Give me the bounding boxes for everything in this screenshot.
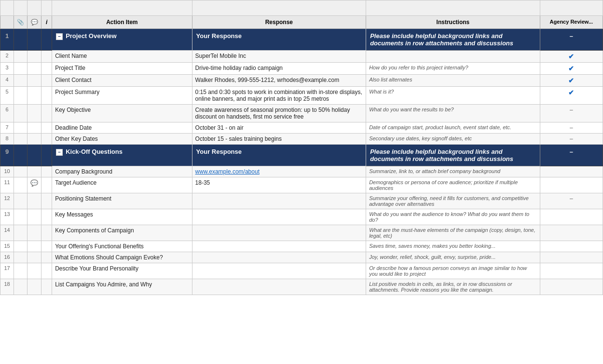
row-chat[interactable] <box>27 279 41 295</box>
row-attach[interactable] <box>14 225 27 241</box>
row-attach[interactable] <box>14 122 27 134</box>
action-item-text: Key Messages <box>52 209 192 225</box>
dash: – <box>570 124 573 131</box>
row-info[interactable] <box>41 252 52 263</box>
row-attach[interactable] <box>14 209 27 225</box>
checkmark-icon: ✔ <box>568 77 574 84</box>
row-info[interactable] <box>41 279 52 295</box>
row-chat[interactable]: 💬 <box>27 177 41 193</box>
response-cell[interactable]: October 31 - on air <box>192 122 366 134</box>
agency-cell <box>540 263 603 279</box>
info-icon: i <box>46 19 47 26</box>
response-cell[interactable]: Drive-time holiday radio campaign <box>192 63 366 75</box>
response-cell[interactable]: October 15 - sales training begins <box>192 134 366 145</box>
response-cell[interactable]: 0:15 and 0:30 spots to work in combinati… <box>192 87 366 105</box>
row-attach[interactable] <box>14 177 27 193</box>
table-row: 8 Other Key Dates October 15 - sales tra… <box>0 134 603 145</box>
agency-cell: ✔ <box>540 87 603 105</box>
response-cell[interactable] <box>192 252 366 263</box>
row-attach[interactable] <box>14 279 27 295</box>
row-info[interactable] <box>41 263 52 279</box>
row-chat[interactable] <box>27 75 41 87</box>
row-attach[interactable] <box>14 87 27 105</box>
section-instructions: Please include helpful background links … <box>366 29 540 51</box>
response-cell[interactable] <box>192 263 366 279</box>
response-link[interactable]: www.example.com/about <box>195 168 260 175</box>
row-chat[interactable] <box>27 263 41 279</box>
response-value: Drive-time holiday radio campaign <box>195 65 283 71</box>
row-chat-icon[interactable]: 💬 <box>30 179 38 187</box>
row-attach[interactable] <box>14 263 27 279</box>
response-cell[interactable] <box>192 241 366 252</box>
instructions-cell: Saves time, saves money, makes you bette… <box>366 241 540 252</box>
table-row: 2 Client Name SuperTel Mobile Inc ✔ <box>0 51 603 63</box>
row-chat[interactable] <box>27 87 41 105</box>
response-cell[interactable]: Create awareness of seasonal promotion: … <box>192 105 366 122</box>
response-cell[interactable]: www.example.com/about <box>192 166 366 177</box>
row-info[interactable] <box>41 241 52 252</box>
instructions-cell: What is it? <box>366 87 540 105</box>
row-chat[interactable] <box>27 63 41 75</box>
instructions-cell: Summarize your offering, need it fills f… <box>366 193 540 209</box>
response-cell[interactable] <box>192 225 366 241</box>
row-info[interactable] <box>41 209 52 225</box>
header-num <box>0 16 14 29</box>
row-info[interactable] <box>41 166 52 177</box>
row-info[interactable] <box>41 87 52 105</box>
instructions-cell: Joy, wonder, relief, shock, guilt, envy,… <box>366 252 540 263</box>
row-chat[interactable] <box>27 166 41 177</box>
row-attach[interactable] <box>14 51 27 63</box>
row-attach[interactable] <box>14 105 27 122</box>
action-item-text: Deadline Date <box>52 122 192 134</box>
response-cell[interactable]: 18-35 <box>192 177 366 193</box>
row-info[interactable] <box>41 105 52 122</box>
action-item-text: Client Name <box>52 51 192 63</box>
collapse-icon[interactable]: – <box>56 149 63 156</box>
agency-cell <box>540 166 603 177</box>
row-info[interactable] <box>41 75 52 87</box>
row-chat[interactable] <box>27 252 41 263</box>
row-chat[interactable] <box>27 51 41 63</box>
agency-cell: – <box>540 134 603 145</box>
empty-attach <box>14 0 27 16</box>
action-item-text: Key Objective <box>52 105 192 122</box>
row-info[interactable] <box>41 225 52 241</box>
response-cell[interactable] <box>192 193 366 209</box>
response-value: Walker Rhodes, 999-555-1212, wrhodes@exa… <box>195 77 340 83</box>
row-info[interactable] <box>41 122 52 134</box>
row-attach[interactable] <box>14 193 27 209</box>
empty-agency <box>540 0 603 16</box>
row-chat[interactable] <box>27 193 41 209</box>
row-chat[interactable] <box>27 105 41 122</box>
response-cell[interactable] <box>192 209 366 225</box>
row-chat[interactable] <box>27 122 41 134</box>
row-info[interactable] <box>41 177 52 193</box>
section-agency: – <box>540 145 603 166</box>
response-cell[interactable]: SuperTel Mobile Inc <box>192 51 366 63</box>
row-attach[interactable] <box>14 252 27 263</box>
row-chat[interactable] <box>27 241 41 252</box>
response-cell[interactable] <box>192 279 366 295</box>
table-row: 17 Describe Your Brand Personality Or de… <box>0 263 603 279</box>
row-info[interactable] <box>41 51 52 63</box>
collapse-icon[interactable]: – <box>56 33 63 40</box>
row-number: 16 <box>0 252 14 263</box>
row-info[interactable] <box>41 134 52 145</box>
instructions-cell: How do you refer to this project interna… <box>366 63 540 75</box>
response-cell[interactable]: Walker Rhodes, 999-555-1212, wrhodes@exa… <box>192 75 366 87</box>
response-value: October 31 - on air <box>195 124 244 131</box>
header-action-item: Action Item <box>52 16 192 29</box>
row-chat[interactable] <box>27 225 41 241</box>
row-attach[interactable] <box>14 241 27 252</box>
table-row: 11 💬 Target Audience 18-35 Demographics … <box>0 177 603 193</box>
row-number: 11 <box>0 177 14 193</box>
row-info[interactable] <box>41 193 52 209</box>
row-info[interactable] <box>41 63 52 75</box>
row-chat[interactable] <box>27 209 41 225</box>
row-attach[interactable] <box>14 63 27 75</box>
row-chat[interactable] <box>27 134 41 145</box>
instructions-cell: Or describe how a famous person conveys … <box>366 263 540 279</box>
row-attach[interactable] <box>14 75 27 87</box>
row-attach[interactable] <box>14 134 27 145</box>
row-attach[interactable] <box>14 166 27 177</box>
